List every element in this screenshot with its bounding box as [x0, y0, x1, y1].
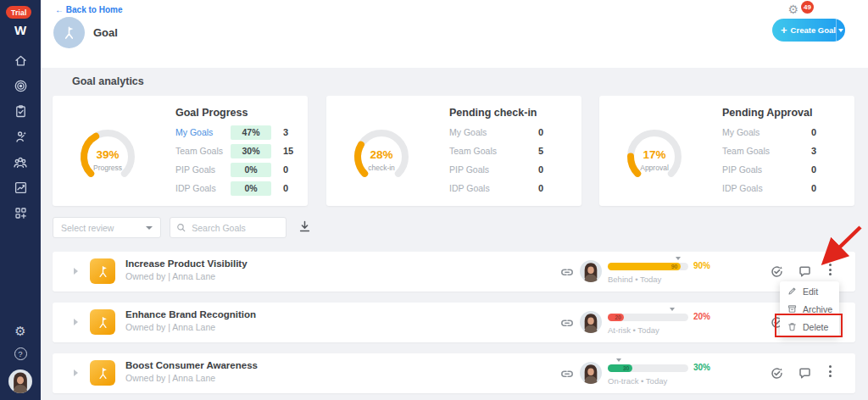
plus-icon: +	[781, 24, 787, 36]
more-menu-button[interactable]	[825, 365, 835, 381]
goal-title[interactable]: Boost Consumer Awareness	[125, 360, 258, 370]
row-label: IDP Goals	[449, 183, 538, 193]
stat-row: My Goals 47% 3	[175, 125, 299, 140]
row-label: My Goals	[722, 127, 811, 137]
gear-icon[interactable]: ⚙	[787, 3, 798, 16]
main-content: Goal analytics 39% Progress Goal Progres…	[41, 68, 868, 400]
goal-status: On-track • Today	[608, 376, 667, 386]
link-icon[interactable]	[559, 264, 575, 280]
search-input[interactable]	[190, 222, 280, 234]
help-icon[interactable]: ?	[14, 347, 27, 360]
row-label: Team Goals	[175, 146, 231, 156]
count-value: 3	[283, 127, 288, 137]
gauge-label: check-in	[343, 164, 420, 172]
progress-percent: 30%	[693, 363, 710, 372]
search-icon	[176, 222, 186, 233]
count-value: 0	[811, 183, 816, 193]
back-arrow-icon: ←	[55, 5, 66, 14]
create-goal-button[interactable]: + Create Goal	[772, 19, 845, 42]
owner-avatar	[580, 311, 602, 333]
menu-item-archive[interactable]: Archive	[780, 300, 839, 318]
create-goal-label: Create Goal	[791, 25, 836, 35]
section-title: Goal analytics	[72, 75, 144, 87]
count-value: 5	[538, 146, 543, 156]
progress-value: 30	[623, 364, 630, 372]
row-label: Team Goals	[449, 146, 538, 156]
progress-value: 90	[671, 263, 678, 270]
card-title: Goal Progress	[175, 107, 248, 119]
menu-item-delete[interactable]: Delete	[780, 318, 839, 336]
card-goal-progress: 39% Progress Goal Progress My Goals 47% …	[53, 96, 308, 206]
chevron-down-icon	[838, 29, 843, 32]
goal-row: Increase Product Visibility Owned by | A…	[53, 252, 855, 292]
goal-icon	[90, 360, 115, 386]
goal-title[interactable]: Enhance Brand Recognition	[125, 309, 256, 319]
archive-icon	[787, 304, 797, 314]
review-select[interactable]: Select review	[53, 217, 161, 238]
sidebar-nav	[0, 53, 41, 220]
my-goals-link[interactable]: My Goals	[175, 127, 231, 137]
goal-title[interactable]: Increase Product Visibility	[125, 258, 248, 269]
gauge-label: Progress	[70, 164, 146, 172]
home-icon[interactable]	[13, 53, 28, 68]
trash-icon	[787, 322, 797, 331]
goal-owner: Owned by | Anna Lane	[125, 322, 215, 332]
comment-button[interactable]	[798, 366, 813, 381]
link-icon[interactable]	[559, 315, 575, 331]
app-logo: W	[0, 23, 41, 37]
progress-fill: 20	[608, 314, 624, 321]
target-icon[interactable]	[13, 78, 28, 93]
apps-icon[interactable]	[13, 205, 28, 220]
gauge-value: 39%	[70, 148, 146, 161]
stat-row: PIP Goals 0	[722, 162, 846, 177]
expand-caret-icon[interactable]	[74, 369, 78, 376]
analytics-icon[interactable]	[13, 180, 28, 195]
stat-row: My Goals 0	[722, 125, 846, 140]
download-icon[interactable]	[298, 219, 314, 236]
tasks-icon[interactable]	[13, 103, 28, 119]
pct-chip: 0%	[231, 181, 271, 196]
menu-item-edit[interactable]: Edit	[780, 282, 839, 300]
goal-status: Behind • Today	[608, 275, 661, 284]
row-label: My Goals	[449, 127, 538, 137]
card-title: Pending Approval	[722, 107, 813, 119]
sidebar: Trial W ⚙	[0, 0, 41, 400]
settings-icon[interactable]: ⚙	[13, 323, 28, 338]
count-value: 15	[283, 146, 293, 156]
menu-label: Edit	[803, 286, 818, 297]
comment-button[interactable]	[798, 264, 813, 280]
target-marker-icon	[616, 358, 621, 362]
profile-avatar[interactable]	[8, 369, 32, 393]
goal-owner: Owned by | Anna Lane	[125, 373, 215, 383]
goal-row: Enhance Brand Recognition Owned by | Ann…	[53, 303, 855, 342]
expand-caret-icon[interactable]	[74, 268, 78, 275]
gauge-value: 17%	[616, 148, 693, 161]
progress-bar: 20	[608, 314, 688, 321]
pct-chip: 0%	[231, 163, 271, 177]
link-icon[interactable]	[559, 366, 575, 381]
checkin-button[interactable]	[770, 366, 785, 381]
context-menu: Edit Archive Delete	[780, 281, 839, 336]
count-value: 0	[283, 183, 288, 193]
performance-icon[interactable]	[13, 129, 28, 144]
row-label: Team Goals	[722, 146, 811, 156]
more-menu-button[interactable]	[825, 264, 835, 279]
stat-row: Team Goals 5	[449, 143, 573, 158]
goal-page: Trial W ⚙	[0, 0, 868, 400]
back-to-home-link[interactable]: ← Back to Home	[55, 5, 122, 14]
team-icon[interactable]	[13, 154, 28, 169]
notification-badge: 49	[801, 1, 814, 14]
expand-caret-icon[interactable]	[74, 319, 78, 325]
chevron-down-icon	[146, 226, 153, 230]
progress-percent: 90%	[693, 261, 710, 270]
owner-avatar	[580, 362, 602, 384]
stat-row: Team Goals 3	[722, 143, 846, 158]
create-goal-dropdown-caret[interactable]	[836, 19, 845, 42]
goal-icon	[90, 258, 115, 284]
progress-fill: 30	[608, 364, 632, 372]
goal-row: Boost Consumer Awareness Owned by | Anna…	[53, 353, 855, 393]
checkin-button[interactable]	[770, 264, 785, 280]
goal-owner: Owned by | Anna Lane	[125, 271, 215, 281]
count-value: 0	[283, 164, 288, 175]
menu-label: Archive	[803, 304, 832, 314]
